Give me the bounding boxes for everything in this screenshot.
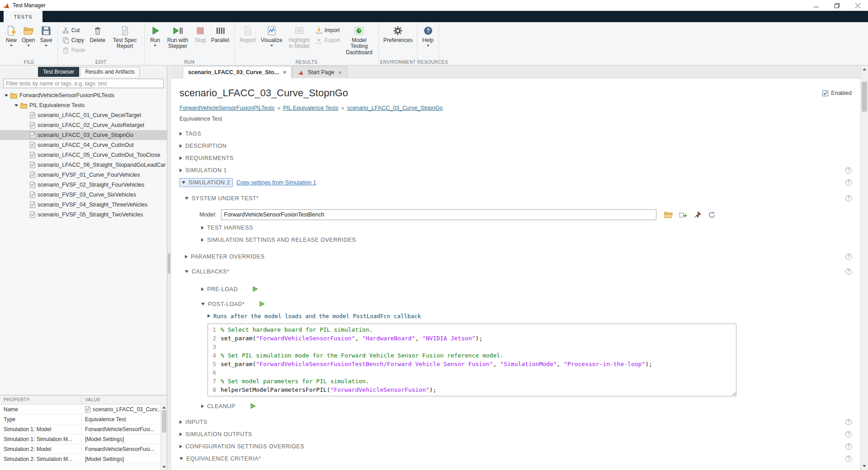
tab-tests[interactable]: TESTS bbox=[4, 11, 42, 22]
run-cleanup-button[interactable] bbox=[250, 403, 256, 409]
close-icon[interactable]: × bbox=[283, 69, 287, 75]
browse-model-button[interactable] bbox=[664, 210, 674, 220]
code-line[interactable]: 3 bbox=[208, 343, 736, 351]
section-simulation2[interactable]: SIMULATION 2 Copy settings from Simulati… bbox=[179, 176, 868, 188]
tree-expand-arrow-icon[interactable] bbox=[14, 104, 18, 107]
property-row[interactable]: TypeEquivalence Test bbox=[0, 414, 167, 424]
section-simulation-outputs[interactable]: SIMULATION OUTPUTS bbox=[179, 428, 868, 440]
help-icon[interactable] bbox=[845, 431, 852, 437]
help-icon[interactable] bbox=[845, 419, 852, 425]
tree-folder-item[interactable]: ForwardVehicleSensorFusionPILTests bbox=[0, 90, 167, 100]
resize-grip-icon[interactable] bbox=[731, 391, 736, 395]
help-button[interactable]: ? Help bbox=[420, 23, 435, 47]
parallel-button[interactable]: Parallel bbox=[209, 23, 231, 43]
section-system-under-test[interactable]: SYSTEM UNDER TEST* bbox=[179, 192, 868, 204]
visualize-button[interactable]: Visualize bbox=[259, 23, 284, 47]
property-row[interactable]: Namescenario_LFACC_03_Curv... bbox=[0, 404, 167, 414]
property-row[interactable]: Simulation 1: Simulation M...[Model Sett… bbox=[0, 434, 167, 444]
close-button[interactable] bbox=[847, 0, 868, 11]
tree-test-item[interactable]: scenario_FVSF_03_Curve_SixVehicles bbox=[0, 190, 167, 200]
cut-button[interactable]: Cut bbox=[61, 26, 87, 34]
import-button[interactable]: Import bbox=[314, 26, 342, 34]
section-requirements[interactable]: REQUIREMENTS bbox=[179, 152, 868, 164]
code-line[interactable]: 5set_param("ForwardVehicleSensorFusionTe… bbox=[208, 360, 736, 368]
tab-scenario-document[interactable]: scenario_LFACC_03_Curve_Sto... × bbox=[183, 66, 292, 78]
help-icon[interactable] bbox=[845, 254, 852, 260]
new-button[interactable]: New bbox=[4, 23, 19, 47]
code-line[interactable]: 7% Set model parameters for PIL simulati… bbox=[208, 377, 736, 385]
run-button[interactable]: Run bbox=[148, 23, 162, 47]
help-icon[interactable] bbox=[845, 179, 852, 186]
enabled-checkbox[interactable] bbox=[822, 90, 828, 96]
save-button[interactable]: Save bbox=[38, 23, 54, 47]
preferences-button[interactable]: Preferences bbox=[382, 23, 414, 43]
stop-button[interactable]: Stop bbox=[193, 23, 208, 43]
property-panel-scrollbar[interactable] bbox=[160, 404, 167, 470]
refresh-model-button[interactable] bbox=[707, 210, 717, 220]
breadcrumb-link[interactable]: PIL Equivalence Tests bbox=[283, 105, 338, 111]
code-line[interactable]: 8helperSetModelParametersForPIL("Forward… bbox=[208, 385, 736, 394]
breadcrumb-link[interactable]: ForwardVehicleSensorFusionPILTests bbox=[179, 105, 274, 111]
property-row[interactable]: Simulation 2: ModelForwardVehicleSensorF… bbox=[0, 444, 167, 454]
tree-test-item[interactable]: scenario_LFACC_03_Curve_StopnGo bbox=[0, 130, 167, 140]
section-configuration-settings-overrides[interactable]: CONFIGURATION SETTINGS OVERRIDES bbox=[179, 440, 868, 452]
section-parameter-overrides[interactable]: PARAMETER OVERRIDES bbox=[179, 250, 868, 263]
copy-button[interactable]: Copy bbox=[61, 36, 87, 44]
tree-test-item[interactable]: scenario_FVSF_01_Curve_FourVehicles bbox=[0, 170, 167, 180]
help-icon[interactable] bbox=[845, 268, 852, 275]
section-callbacks[interactable]: CALLBACKS* bbox=[179, 265, 868, 277]
scroll-down-icon[interactable] bbox=[861, 462, 868, 470]
tree-test-item[interactable]: scenario_FVSF_02_Straight_FourVehicles bbox=[0, 180, 167, 190]
property-row[interactable]: Simulation 2: Simulation M...[Model Sett… bbox=[0, 454, 167, 464]
run-with-stepper-button[interactable]: Run with Stepper bbox=[164, 23, 192, 50]
tab-results-and-artifacts[interactable]: Results and Artifacts bbox=[80, 67, 139, 77]
tree-folder-item[interactable]: PIL Equivalence Tests bbox=[0, 100, 167, 110]
code-line[interactable]: 4% Set PIL simulation mode for the Forwa… bbox=[208, 351, 736, 360]
panel-splitter[interactable] bbox=[167, 66, 171, 470]
scroll-up-icon[interactable] bbox=[861, 66, 868, 73]
tree-test-item[interactable]: scenario_LFACC_05_Curve_CutInOut_TooClos… bbox=[0, 150, 167, 160]
tree-expand-arrow-icon[interactable] bbox=[5, 94, 8, 97]
test-spec-report-button[interactable]: Test Spec Report bbox=[108, 23, 141, 50]
scrollbar-thumb[interactable] bbox=[162, 410, 166, 432]
postload-code-editor[interactable]: 1% Select hardware board for PIL simulat… bbox=[208, 324, 736, 396]
scroll-down-icon[interactable] bbox=[162, 466, 166, 468]
export-button[interactable]: Export bbox=[314, 36, 342, 44]
property-row[interactable]: Simulation 1: ModelForwardVehicleSensorF… bbox=[0, 424, 167, 434]
help-icon[interactable] bbox=[845, 443, 852, 450]
section-simulation-settings-overrides[interactable]: SIMULATION SETTINGS AND RELEASE OVERRIDE… bbox=[179, 234, 868, 246]
breadcrumb-link[interactable]: scenario_LFACC_03_Curve_StopnGo bbox=[347, 105, 443, 111]
delete-button[interactable]: Delete bbox=[88, 23, 107, 43]
section-post-load[interactable]: POST-LOAD* bbox=[179, 298, 868, 310]
tree-test-item[interactable]: scenario_LFACC_06_Straight_StopandGoLead… bbox=[0, 160, 167, 170]
section-pre-load[interactable]: PRE-LOAD bbox=[179, 283, 868, 295]
code-line[interactable]: 2set_param("ForwardVehicleSensorFusion",… bbox=[208, 334, 736, 343]
filter-tests-input[interactable] bbox=[3, 79, 164, 88]
tree-test-item[interactable]: scenario_LFACC_04_Curve_CutInOut bbox=[0, 140, 167, 150]
run-postload-button[interactable] bbox=[259, 301, 265, 307]
section-cleanup[interactable]: CLEANUP bbox=[179, 400, 868, 412]
section-tags[interactable]: TAGS bbox=[179, 127, 868, 140]
simulation2-selected-header[interactable]: SIMULATION 2 bbox=[179, 178, 233, 187]
open-button[interactable]: Open bbox=[20, 23, 37, 47]
scroll-up-icon[interactable] bbox=[162, 406, 166, 409]
help-icon[interactable] bbox=[845, 167, 852, 174]
tab-test-browser[interactable]: Test Browser bbox=[38, 67, 79, 77]
model-testing-dashboard-button[interactable]: Model Testing Dashboard bbox=[343, 23, 375, 56]
scrollbar-thumb[interactable] bbox=[862, 82, 867, 112]
paste-button[interactable]: Paste bbox=[61, 46, 87, 54]
section-test-harness[interactable]: TEST HARNESS bbox=[179, 221, 868, 234]
tab-start-page[interactable]: Start Page × bbox=[292, 66, 347, 78]
minimize-button[interactable] bbox=[806, 0, 826, 11]
close-icon[interactable]: × bbox=[338, 70, 342, 75]
help-icon[interactable] bbox=[845, 195, 852, 202]
postload-description-row[interactable]: Runs after the model loads and the model… bbox=[179, 311, 868, 321]
highlight-in-model-button[interactable]: Highlight in Model bbox=[286, 23, 313, 50]
section-description[interactable]: DESCRIPTION bbox=[179, 140, 868, 152]
section-simulation1[interactable]: SIMULATION 1 bbox=[179, 164, 868, 176]
section-equivalence-criteria[interactable]: EQUIVALENCE CRITERIA* bbox=[179, 452, 868, 465]
copy-settings-link[interactable]: Copy settings from Simulation 1 bbox=[236, 179, 316, 186]
help-icon[interactable] bbox=[845, 456, 852, 462]
use-current-model-button[interactable] bbox=[678, 210, 688, 220]
code-line[interactable]: 1% Select hardware board for PIL simulat… bbox=[208, 325, 736, 334]
